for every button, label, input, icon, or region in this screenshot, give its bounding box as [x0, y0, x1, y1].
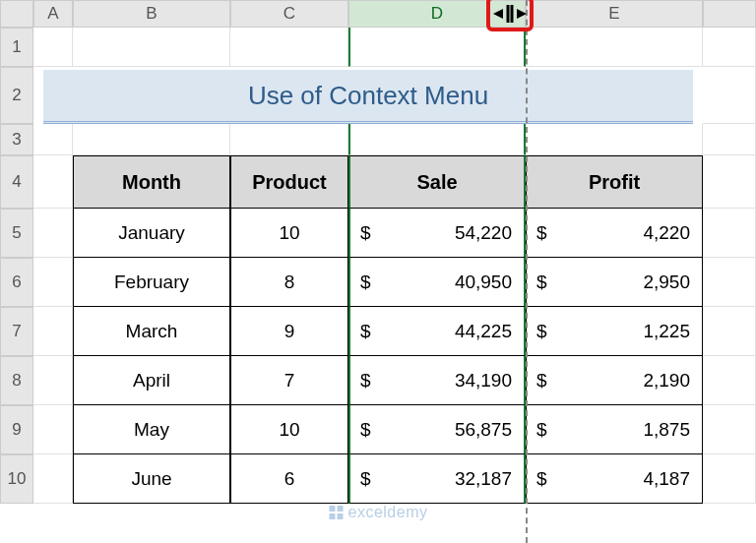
row-header-8[interactable]: 8 — [0, 356, 33, 405]
cell-month[interactable]: May — [73, 405, 230, 454]
column-resize-guideline — [526, 0, 528, 543]
watermark-icon — [329, 505, 345, 520]
cell-sale[interactable]: $34,190 — [348, 356, 526, 405]
row-header-4[interactable]: 4 — [0, 155, 33, 209]
cell-profit[interactable]: $4,220 — [526, 209, 703, 258]
svg-rect-5 — [338, 513, 344, 519]
table-header-product: Product — [230, 155, 348, 209]
col-header-E[interactable]: E — [526, 0, 703, 28]
cell-profit[interactable]: $1,225 — [526, 307, 703, 356]
column-resize-icon[interactable] — [491, 3, 529, 25]
cell-month[interactable]: March — [73, 307, 230, 356]
watermark: exceldemy — [329, 504, 428, 521]
cell-product[interactable]: 6 — [230, 454, 348, 504]
cell-sale[interactable]: $40,950 — [348, 258, 526, 307]
row-header-10[interactable]: 10 — [0, 454, 33, 504]
spreadsheet-grid: A B C D E 1 2 Use of Context Menu 3 4 Mo… — [0, 0, 756, 504]
cell-product[interactable]: 10 — [230, 209, 348, 258]
resize-cursor-highlight — [486, 0, 534, 31]
col-header-B[interactable]: B — [73, 0, 230, 28]
cell-profit[interactable]: $1,875 — [526, 405, 703, 454]
cell-month[interactable]: February — [73, 258, 230, 307]
row-header-2[interactable]: 2 — [0, 67, 33, 124]
col-header-C[interactable]: C — [230, 0, 348, 28]
cell-product[interactable]: 10 — [230, 405, 348, 454]
cell-month[interactable]: April — [73, 356, 230, 405]
table-header-sale: Sale — [348, 155, 526, 209]
row-header-5[interactable]: 5 — [0, 209, 33, 258]
cell-product[interactable]: 8 — [230, 258, 348, 307]
cell-product[interactable]: 7 — [230, 356, 348, 405]
table-header-profit: Profit — [526, 155, 703, 209]
svg-rect-2 — [330, 506, 336, 512]
cell-sale[interactable]: $54,220 — [348, 209, 526, 258]
cell-profit[interactable]: $2,950 — [526, 258, 703, 307]
col-header-A[interactable]: A — [33, 0, 73, 28]
select-all-corner[interactable] — [0, 0, 33, 28]
row-header-6[interactable]: 6 — [0, 258, 33, 307]
cell-profit[interactable]: $2,190 — [526, 356, 703, 405]
row-header-7[interactable]: 7 — [0, 307, 33, 356]
cell-month[interactable]: June — [73, 454, 230, 504]
cell-profit[interactable]: $4,187 — [526, 454, 703, 504]
row-header-3[interactable]: 3 — [0, 124, 33, 155]
row-header-9[interactable]: 9 — [0, 405, 33, 454]
cell-sale[interactable]: $44,225 — [348, 307, 526, 356]
table-header-month: Month — [73, 155, 230, 209]
svg-rect-4 — [330, 513, 336, 519]
svg-rect-3 — [338, 506, 344, 512]
col-header-F[interactable] — [703, 0, 756, 28]
row-header-1[interactable]: 1 — [0, 28, 33, 67]
cell-month[interactable]: January — [73, 209, 230, 258]
page-title: Use of Context Menu — [43, 70, 693, 124]
cell-sale[interactable]: $56,875 — [348, 405, 526, 454]
cell-product[interactable]: 9 — [230, 307, 348, 356]
cell-sale[interactable]: $32,187 — [348, 454, 526, 504]
